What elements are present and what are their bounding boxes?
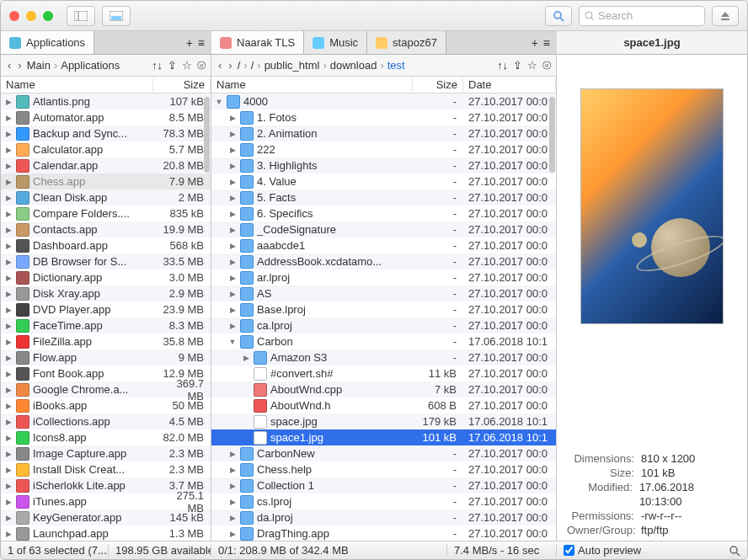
disclosure-icon[interactable]: ▶ (228, 514, 237, 522)
disclosure-icon[interactable]: ▶ (4, 258, 13, 266)
list-item[interactable]: ▶Disk Xray.app2.9 MB (1, 285, 211, 301)
list-item[interactable]: space.jpg179 kB17.06.2018 10:1 (211, 413, 556, 429)
list-item[interactable]: ▶_CodeSignature-27.10.2017 00:0 (211, 221, 556, 237)
disclosure-icon[interactable]: ▶ (228, 498, 237, 506)
add-tab-button[interactable]: + (186, 36, 193, 50)
disclosure-icon[interactable]: ▶ (228, 258, 237, 266)
disclosure-icon[interactable]: ▶ (228, 162, 237, 170)
disclosure-icon[interactable]: ▶ (4, 178, 13, 186)
list-item[interactable]: ▶1. Fotos-27.10.2017 00:0 (211, 109, 556, 125)
list-item[interactable]: ▶DB Browser for S...33.5 MB (1, 253, 211, 269)
disclosure-icon[interactable]: ▶ (4, 306, 13, 314)
back-button[interactable]: ‹ (216, 59, 223, 72)
breadcrumb[interactable]: public_html (264, 59, 320, 72)
list-item[interactable]: ▶ar.lproj-27.10.2017 00:0 (211, 269, 556, 285)
disclosure-icon[interactable]: ▶ (4, 450, 13, 458)
auto-preview-input[interactable] (564, 545, 574, 556)
list-item[interactable]: ▶AS-27.10.2017 00:0 (211, 285, 556, 301)
list-item[interactable]: ▶DragThing.app-27.10.2017 00:0 (211, 525, 556, 541)
disclosure-icon[interactable]: ▶ (228, 178, 237, 186)
list-item[interactable]: ▶222-27.10.2017 00:0 (211, 141, 556, 157)
list-item[interactable]: ▶Flow.app9 MB (1, 349, 211, 365)
fwd-button[interactable]: › (16, 59, 23, 72)
breadcrumb[interactable]: test (387, 59, 405, 72)
disclosure-icon[interactable]: ▶ (4, 162, 13, 170)
list-item[interactable]: ▶CarbonNew-27.10.2017 00:0 (211, 445, 556, 461)
disclosure-icon[interactable]: ▶ (228, 450, 237, 458)
list-item[interactable]: ▶Chess.app7.9 MB (1, 173, 211, 189)
disclosure-icon[interactable]: ▶ (228, 530, 237, 538)
disclosure-icon[interactable]: ▶ (4, 146, 13, 154)
col-name[interactable]: Name (211, 78, 413, 91)
search-button[interactable] (545, 6, 572, 26)
breadcrumb[interactable]: Applications (61, 59, 120, 72)
list-item[interactable]: ▼4000-27.10.2017 00:0 (211, 93, 556, 109)
tab-naarak-tls[interactable]: Naarak TLS (211, 31, 304, 54)
tab-menu-button[interactable]: ≡ (543, 36, 550, 50)
fwd-button[interactable]: › (227, 59, 233, 72)
disclosure-icon[interactable]: ▶ (4, 386, 13, 394)
list-item[interactable]: ▶Atlantis.png107 kB (1, 93, 211, 109)
tab-applications[interactable]: Applications (1, 31, 94, 54)
breadcrumb[interactable]: / (238, 59, 241, 72)
tab-stapoz67[interactable]: stapoz67 (367, 31, 446, 54)
disclosure-icon[interactable]: ▶ (4, 242, 13, 250)
disclosure-icon[interactable]: ▶ (4, 514, 13, 522)
disclosure-icon[interactable]: ▶ (4, 418, 13, 426)
disclosure-icon[interactable]: ▶ (4, 98, 13, 106)
scrollbar-thumb[interactable] (204, 97, 210, 173)
disclosure-icon[interactable]: ▶ (228, 466, 237, 474)
scrollbar-thumb[interactable] (549, 97, 555, 173)
list-item[interactable]: ▶Chess.help-27.10.2017 00:0 (211, 461, 556, 477)
close-icon[interactable] (9, 11, 19, 21)
wifi-icon[interactable]: ⦾ (542, 59, 551, 72)
disclosure-icon[interactable]: ▼ (215, 98, 223, 106)
disclosure-icon[interactable]: ▶ (4, 370, 13, 378)
list-item[interactable]: ▶DVD Player.app23.9 MB (1, 301, 211, 317)
col-name[interactable]: Name (1, 78, 153, 91)
disclosure-icon[interactable]: ▶ (228, 146, 237, 154)
breadcrumb[interactable]: download (330, 59, 377, 72)
list-item[interactable]: ▶Dashboard.app568 kB (1, 237, 211, 253)
disclosure-icon[interactable]: ▶ (4, 226, 13, 234)
disclosure-icon[interactable]: ▶ (4, 322, 13, 330)
disclosure-icon[interactable]: ▶ (228, 194, 237, 202)
share-icon[interactable]: ⇪ (513, 59, 522, 72)
list-item[interactable]: ▶iCollections.app4.5 MB (1, 413, 211, 429)
disclosure-icon[interactable]: ▶ (4, 482, 13, 490)
disclosure-icon[interactable]: ▶ (4, 274, 13, 282)
disclosure-icon[interactable]: ▶ (228, 226, 237, 234)
list-item[interactable]: ▶Calendar.app20.8 MB (1, 157, 211, 173)
eject-button[interactable] (712, 6, 739, 26)
list-item[interactable]: AboutWnd.h608 B27.10.2017 00:0 (211, 397, 556, 413)
list-item[interactable]: ▶Install Disk Creat...2.3 MB (1, 461, 211, 477)
disclosure-icon[interactable]: ▶ (228, 242, 237, 250)
disclosure-icon[interactable]: ▶ (4, 530, 13, 538)
minimize-icon[interactable] (26, 11, 36, 21)
tab-menu-button[interactable]: ≡ (198, 36, 205, 50)
wifi-icon[interactable]: ⦾ (197, 59, 206, 72)
disclosure-icon[interactable]: ▶ (4, 354, 13, 362)
sidebar-toggle-button[interactable] (67, 6, 95, 26)
list-item[interactable]: ▶da.lproj-27.10.2017 00:0 (211, 509, 556, 525)
list-item[interactable]: ▶Image Capture.app2.3 MB (1, 445, 211, 461)
disclosure-icon[interactable]: ▶ (4, 290, 13, 298)
zoom-icon[interactable] (43, 11, 53, 21)
list-item[interactable]: ▶ca.lproj-27.10.2017 00:0 (211, 317, 556, 333)
disclosure-icon[interactable]: ▶ (4, 210, 13, 218)
list-item[interactable]: ▶Contacts.app19.9 MB (1, 221, 211, 237)
list-item[interactable]: ▶Backup and Sync...78.3 MB (1, 125, 211, 141)
view-button[interactable] (102, 6, 131, 26)
zoom-icon[interactable] (722, 545, 747, 557)
disclosure-icon[interactable]: ▶ (228, 274, 237, 282)
list-item[interactable]: ▶3. Highlights-27.10.2017 00:0 (211, 157, 556, 173)
col-date[interactable]: Date (463, 78, 556, 91)
list-item[interactable]: ▶6. Specifics-27.10.2017 00:0 (211, 205, 556, 221)
disclosure-icon[interactable]: ▶ (242, 354, 250, 362)
search-input[interactable]: Search (579, 6, 705, 26)
list-item[interactable]: ▶Amazon S3-27.10.2017 00:0 (211, 349, 556, 365)
star-icon[interactable]: ☆ (182, 59, 192, 72)
breadcrumb[interactable]: Main (27, 59, 51, 72)
list-item[interactable]: ▶aaabcde1-27.10.2017 00:0 (211, 237, 556, 253)
list-item[interactable]: ▶2. Animation-27.10.2017 00:0 (211, 125, 556, 141)
